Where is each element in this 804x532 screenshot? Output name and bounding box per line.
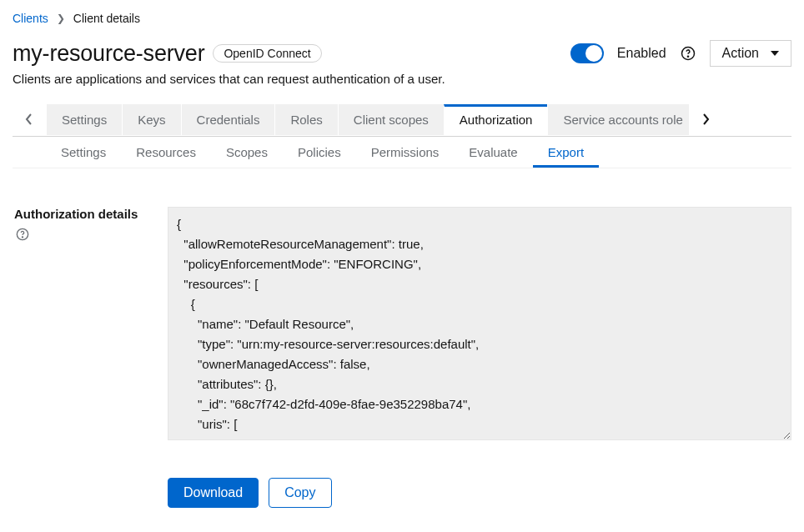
subtab-settings[interactable]: Settings <box>46 137 121 168</box>
help-icon[interactable] <box>680 45 696 62</box>
copy-button[interactable]: Copy <box>269 478 331 508</box>
enabled-toggle[interactable] <box>570 43 604 63</box>
subtab-resources[interactable]: Resources <box>121 137 211 168</box>
subtab-scopes[interactable]: Scopes <box>211 137 283 168</box>
tab-credentials[interactable]: Credentials <box>181 104 275 135</box>
page-title: my-resource-server <box>13 41 204 67</box>
tab-authorization[interactable]: Authorization <box>444 104 548 135</box>
tab-service-accounts-role[interactable]: Service accounts role <box>547 104 689 135</box>
subtab-policies[interactable]: Policies <box>283 137 356 168</box>
action-dropdown[interactable]: Action <box>710 40 791 67</box>
primary-tabs: SettingsKeysCredentialsRolesClient scope… <box>46 104 689 135</box>
subtab-export[interactable]: Export <box>533 137 599 168</box>
details-help-icon[interactable] <box>14 226 31 243</box>
tab-client-scopes[interactable]: Client scopes <box>338 104 444 135</box>
breadcrumb: Clients ❯ Client details <box>13 12 791 25</box>
details-label: Authorization details <box>14 207 168 221</box>
caret-down-icon <box>771 51 779 56</box>
svg-point-3 <box>22 237 23 238</box>
tab-keys[interactable]: Keys <box>122 104 180 135</box>
breadcrumb-current: Client details <box>73 12 140 25</box>
protocol-badge: OpenID Connect <box>213 44 321 63</box>
breadcrumb-root-link[interactable]: Clients <box>13 12 48 25</box>
action-label: Action <box>722 46 759 61</box>
tabs-scroll-left[interactable] <box>13 103 46 136</box>
authorization-details-textarea[interactable] <box>168 207 791 440</box>
page-subtitle: Clients are applications and services th… <box>13 72 791 86</box>
tabs-scroll-right[interactable] <box>689 103 722 136</box>
svg-point-1 <box>687 56 688 57</box>
tab-settings[interactable]: Settings <box>46 104 122 135</box>
subtab-permissions[interactable]: Permissions <box>356 137 455 168</box>
sub-tabs: SettingsResourcesScopesPoliciesPermissio… <box>13 137 791 168</box>
tab-roles[interactable]: Roles <box>274 104 337 135</box>
download-button[interactable]: Download <box>168 478 259 508</box>
enabled-label: Enabled <box>617 46 666 61</box>
chevron-right-icon: ❯ <box>57 13 65 24</box>
subtab-evaluate[interactable]: Evaluate <box>454 137 532 168</box>
